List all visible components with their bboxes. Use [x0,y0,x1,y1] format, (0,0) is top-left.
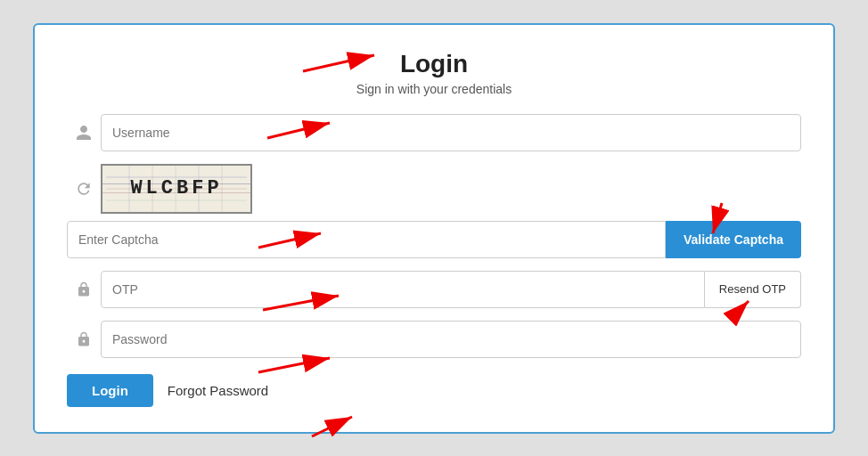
action-row: Login Forgot Password [67,374,801,407]
password-lock-icon [67,330,101,348]
otp-lock-icon [67,281,101,298]
username-input[interactable] [101,114,801,151]
captcha-image: WLCBFP [101,164,252,214]
captcha-section: WLCBFP Validate [67,164,801,258]
otp-input[interactable] [101,271,705,308]
refresh-captcha-button[interactable] [67,180,101,198]
page-title: Login [67,50,801,78]
password-input[interactable] [101,321,801,358]
resend-otp-button[interactable]: Resend OTP [705,271,801,308]
captcha-input[interactable] [67,221,666,258]
otp-row: Resend OTP [67,271,801,308]
captcha-text: WLCBFP [130,177,222,200]
card-header: Login Sign in with your credentials [67,50,801,96]
login-card: Login Sign in with your credentials [33,23,835,434]
username-row [67,114,801,151]
captcha-entry-row: Validate Captcha [67,221,801,258]
captcha-image-row: WLCBFP [67,164,801,214]
forgot-password-link[interactable]: Forgot Password [168,383,268,398]
password-row [67,321,801,358]
validate-captcha-button[interactable]: Validate Captcha [666,221,801,258]
user-icon [67,124,101,142]
login-button[interactable]: Login [67,374,153,407]
page-subtitle: Sign in with your credentials [67,82,801,96]
